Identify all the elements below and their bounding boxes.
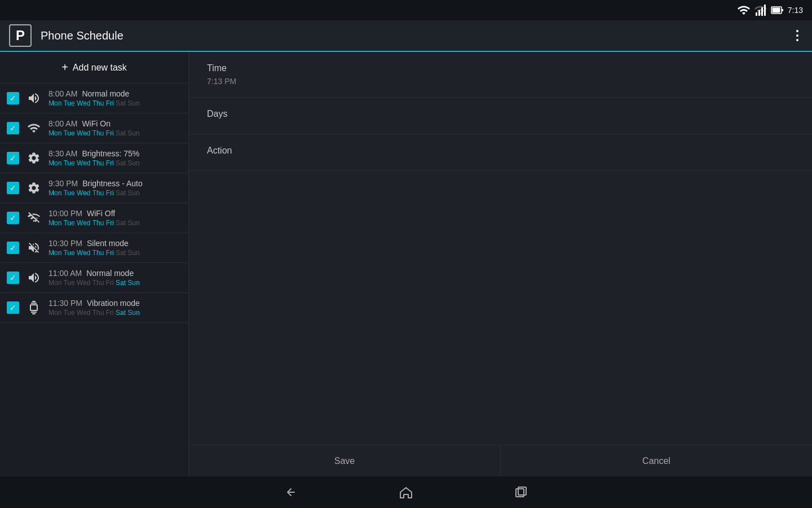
task-time: 8:00 AM (48, 119, 77, 128)
action-label: Action (207, 146, 794, 156)
task-action: WiFi Off (87, 209, 115, 218)
svg-rect-5 (782, 9, 783, 11)
battery-icon (771, 3, 784, 17)
day-label: Thu (92, 309, 106, 317)
day-label: Mon (48, 99, 63, 107)
action-row[interactable]: Action (189, 134, 812, 171)
day-label: Sat (116, 129, 127, 137)
time-label: Time (207, 63, 794, 73)
day-label: Mon (48, 249, 63, 257)
task-days: Mon Tue Wed Thu Fri Sat Sun (48, 159, 182, 167)
task-item[interactable]: ✓ 11:00 AM Normal mode Mon Tue Wed Thu F… (0, 263, 188, 293)
day-label: Thu (92, 159, 106, 167)
task-item[interactable]: ✓ 11:30 PM Vibration mode Mon Tue Wed Th… (0, 293, 188, 323)
svg-rect-2 (758, 10, 760, 16)
save-button[interactable]: Save (189, 445, 500, 476)
task-checkbox[interactable]: ✓ (7, 242, 19, 254)
task-days: Mon Tue Wed Thu Fri Sat Sun (48, 129, 182, 137)
svg-rect-0 (764, 5, 766, 16)
bottom-nav (0, 476, 812, 508)
day-label: Tue (63, 309, 77, 317)
day-label: Tue (63, 159, 77, 167)
day-label: Fri (106, 279, 116, 287)
task-checkbox[interactable]: ✓ (7, 152, 19, 164)
add-task-label: Add new task (73, 63, 127, 73)
cancel-button[interactable]: Cancel (501, 445, 812, 476)
task-action: Normal mode (86, 269, 134, 278)
app-logo: P (9, 24, 32, 47)
wifi-status-icon (737, 3, 751, 17)
task-type-icon (25, 239, 43, 257)
task-item[interactable]: ✓ 8:00 AM WiFi On Mon Tue Wed Thu Fri Sa… (0, 113, 188, 143)
task-type-icon: A (25, 179, 43, 197)
day-label: Mon (48, 189, 63, 197)
day-label: Sun (127, 99, 139, 107)
checkmark-icon: ✓ (10, 243, 16, 252)
day-label: Wed (77, 189, 92, 197)
task-days: Mon Tue Wed Thu Fri Sat Sun (48, 249, 182, 257)
day-label: Sat (116, 99, 127, 107)
task-type-icon (25, 119, 43, 137)
task-checkbox[interactable]: ✓ (7, 122, 19, 134)
checkmark-icon: ✓ (10, 273, 16, 282)
day-label: Wed (77, 279, 92, 287)
task-item[interactable]: ✓ 8:00 AM Normal mode Mon Tue Wed Thu Fr… (0, 84, 188, 113)
task-time: 10:00 PM (48, 209, 82, 218)
day-label: Thu (92, 189, 106, 197)
day-label: Thu (92, 129, 106, 137)
overflow-menu-button[interactable] (792, 25, 803, 46)
task-item[interactable]: ✓ A 9:30 PM Brightness - Auto Mon Tue We… (0, 173, 188, 203)
task-item[interactable]: ✓ 10:30 PM Silent mode Mon Tue Wed Thu F… (0, 233, 188, 263)
checkmark-icon: ✓ (10, 213, 16, 222)
day-label: Tue (63, 249, 77, 257)
day-label: Tue (63, 279, 77, 287)
task-time: 9:30 PM (48, 179, 78, 188)
day-label: Wed (77, 99, 92, 107)
day-label: Wed (77, 219, 92, 227)
task-days: Mon Tue Wed Thu Fri Sat Sun (48, 189, 182, 197)
task-item[interactable]: ✓ 8:30 AM Brightness: 75% Mon Tue Wed Th… (0, 143, 188, 173)
time-row[interactable]: Time 7:13 PM (189, 52, 812, 98)
add-task-button[interactable]: + Add new task (0, 52, 188, 84)
day-label: Sun (127, 249, 139, 257)
task-days: Mon Tue Wed Thu Fri Sat Sun (48, 309, 182, 317)
task-checkbox[interactable]: ✓ (7, 182, 19, 194)
task-type-icon (25, 299, 43, 317)
task-type-icon (25, 89, 43, 107)
days-row[interactable]: Days (189, 98, 812, 134)
plus-icon: + (61, 61, 68, 74)
day-label: Mon (48, 129, 63, 137)
checkmark-icon: ✓ (10, 124, 16, 133)
task-checkbox[interactable]: ✓ (7, 271, 19, 284)
main-layout: + Add new task ✓ 8:00 AM Normal mode Mon… (0, 52, 812, 476)
task-checkbox[interactable]: ✓ (7, 92, 19, 104)
days-label: Days (207, 109, 794, 119)
svg-rect-1 (761, 7, 763, 16)
day-label: Thu (92, 279, 106, 287)
day-label: Sat (116, 189, 127, 197)
home-button[interactable] (394, 481, 418, 503)
app-bar: P Phone Schedule (0, 20, 812, 52)
day-label: Sat (116, 219, 127, 227)
time-value: 7:13 PM (207, 77, 794, 86)
checkmark-icon: ✓ (10, 94, 16, 103)
task-checkbox[interactable]: ✓ (7, 301, 19, 314)
task-type-icon (25, 269, 43, 287)
task-item[interactable]: ✓ 10:00 PM WiFi Off Mon Tue Wed Thu Fri … (0, 203, 188, 233)
svg-rect-3 (756, 12, 757, 16)
back-button[interactable] (279, 481, 303, 503)
day-label: Wed (77, 249, 92, 257)
recents-button[interactable] (509, 481, 533, 503)
day-label: Mon (48, 219, 63, 227)
task-action: Silent mode (87, 239, 129, 248)
form-content: Time 7:13 PM Days Action (189, 52, 812, 445)
day-label: Wed (77, 309, 92, 317)
day-label: Sun (127, 279, 139, 287)
day-label: Fri (106, 249, 116, 257)
svg-text:A: A (32, 186, 36, 191)
day-label: Mon (48, 279, 63, 287)
task-checkbox[interactable]: ✓ (7, 212, 19, 224)
task-list: ✓ 8:00 AM Normal mode Mon Tue Wed Thu Fr… (0, 84, 188, 323)
status-bar: 7:13 (0, 0, 812, 20)
overflow-dot (796, 30, 798, 32)
